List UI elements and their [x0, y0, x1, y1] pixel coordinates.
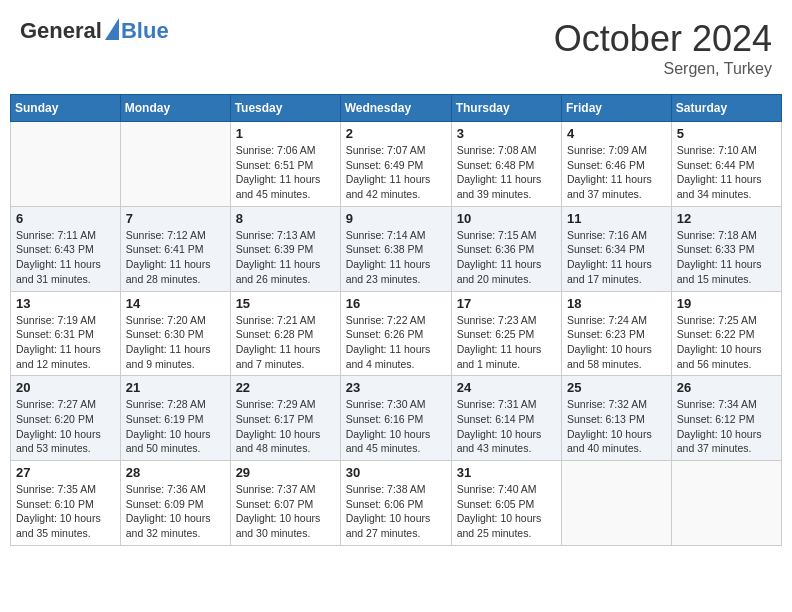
day-header-monday: Monday	[120, 95, 230, 122]
day-number: 22	[236, 380, 335, 395]
calendar-cell: 25Sunrise: 7:32 AMSunset: 6:13 PMDayligh…	[562, 376, 672, 461]
day-info: Sunrise: 7:34 AMSunset: 6:12 PMDaylight:…	[677, 397, 776, 456]
day-info: Sunrise: 7:21 AMSunset: 6:28 PMDaylight:…	[236, 313, 335, 372]
day-info: Sunrise: 7:37 AMSunset: 6:07 PMDaylight:…	[236, 482, 335, 541]
calendar-cell: 19Sunrise: 7:25 AMSunset: 6:22 PMDayligh…	[671, 291, 781, 376]
day-header-sunday: Sunday	[11, 95, 121, 122]
calendar-cell: 17Sunrise: 7:23 AMSunset: 6:25 PMDayligh…	[451, 291, 561, 376]
day-info: Sunrise: 7:19 AMSunset: 6:31 PMDaylight:…	[16, 313, 115, 372]
calendar-cell: 16Sunrise: 7:22 AMSunset: 6:26 PMDayligh…	[340, 291, 451, 376]
day-info: Sunrise: 7:23 AMSunset: 6:25 PMDaylight:…	[457, 313, 556, 372]
logo-blue-text: Blue	[121, 18, 169, 44]
calendar-cell: 7Sunrise: 7:12 AMSunset: 6:41 PMDaylight…	[120, 206, 230, 291]
calendar-cell: 26Sunrise: 7:34 AMSunset: 6:12 PMDayligh…	[671, 376, 781, 461]
day-header-tuesday: Tuesday	[230, 95, 340, 122]
day-number: 15	[236, 296, 335, 311]
week-row-1: 1Sunrise: 7:06 AMSunset: 6:51 PMDaylight…	[11, 122, 782, 207]
day-info: Sunrise: 7:24 AMSunset: 6:23 PMDaylight:…	[567, 313, 666, 372]
day-info: Sunrise: 7:36 AMSunset: 6:09 PMDaylight:…	[126, 482, 225, 541]
calendar-cell	[120, 122, 230, 207]
calendar-cell: 5Sunrise: 7:10 AMSunset: 6:44 PMDaylight…	[671, 122, 781, 207]
day-number: 29	[236, 465, 335, 480]
day-info: Sunrise: 7:29 AMSunset: 6:17 PMDaylight:…	[236, 397, 335, 456]
day-number: 13	[16, 296, 115, 311]
calendar-cell	[11, 122, 121, 207]
day-number: 6	[16, 211, 115, 226]
day-number: 4	[567, 126, 666, 141]
day-info: Sunrise: 7:14 AMSunset: 6:38 PMDaylight:…	[346, 228, 446, 287]
calendar-cell: 13Sunrise: 7:19 AMSunset: 6:31 PMDayligh…	[11, 291, 121, 376]
day-info: Sunrise: 7:20 AMSunset: 6:30 PMDaylight:…	[126, 313, 225, 372]
calendar-cell: 24Sunrise: 7:31 AMSunset: 6:14 PMDayligh…	[451, 376, 561, 461]
day-info: Sunrise: 7:13 AMSunset: 6:39 PMDaylight:…	[236, 228, 335, 287]
day-header-thursday: Thursday	[451, 95, 561, 122]
calendar-cell: 31Sunrise: 7:40 AMSunset: 6:05 PMDayligh…	[451, 461, 561, 546]
week-row-4: 20Sunrise: 7:27 AMSunset: 6:20 PMDayligh…	[11, 376, 782, 461]
day-info: Sunrise: 7:08 AMSunset: 6:48 PMDaylight:…	[457, 143, 556, 202]
calendar-cell: 27Sunrise: 7:35 AMSunset: 6:10 PMDayligh…	[11, 461, 121, 546]
day-info: Sunrise: 7:28 AMSunset: 6:19 PMDaylight:…	[126, 397, 225, 456]
calendar-cell: 2Sunrise: 7:07 AMSunset: 6:49 PMDaylight…	[340, 122, 451, 207]
day-number: 9	[346, 211, 446, 226]
calendar-cell: 29Sunrise: 7:37 AMSunset: 6:07 PMDayligh…	[230, 461, 340, 546]
day-info: Sunrise: 7:31 AMSunset: 6:14 PMDaylight:…	[457, 397, 556, 456]
day-info: Sunrise: 7:07 AMSunset: 6:49 PMDaylight:…	[346, 143, 446, 202]
week-row-5: 27Sunrise: 7:35 AMSunset: 6:10 PMDayligh…	[11, 461, 782, 546]
day-number: 26	[677, 380, 776, 395]
day-number: 30	[346, 465, 446, 480]
day-header-wednesday: Wednesday	[340, 95, 451, 122]
day-header-friday: Friday	[562, 95, 672, 122]
day-info: Sunrise: 7:12 AMSunset: 6:41 PMDaylight:…	[126, 228, 225, 287]
day-number: 28	[126, 465, 225, 480]
day-header-saturday: Saturday	[671, 95, 781, 122]
day-info: Sunrise: 7:32 AMSunset: 6:13 PMDaylight:…	[567, 397, 666, 456]
logo: General Blue	[20, 18, 169, 44]
calendar-cell: 28Sunrise: 7:36 AMSunset: 6:09 PMDayligh…	[120, 461, 230, 546]
calendar-cell	[671, 461, 781, 546]
calendar-cell: 9Sunrise: 7:14 AMSunset: 6:38 PMDaylight…	[340, 206, 451, 291]
day-number: 2	[346, 126, 446, 141]
calendar-cell: 4Sunrise: 7:09 AMSunset: 6:46 PMDaylight…	[562, 122, 672, 207]
day-number: 25	[567, 380, 666, 395]
day-number: 17	[457, 296, 556, 311]
logo-triangle-icon	[105, 18, 119, 40]
calendar-cell: 14Sunrise: 7:20 AMSunset: 6:30 PMDayligh…	[120, 291, 230, 376]
calendar-cell: 1Sunrise: 7:06 AMSunset: 6:51 PMDaylight…	[230, 122, 340, 207]
calendar-cell: 21Sunrise: 7:28 AMSunset: 6:19 PMDayligh…	[120, 376, 230, 461]
day-info: Sunrise: 7:35 AMSunset: 6:10 PMDaylight:…	[16, 482, 115, 541]
day-info: Sunrise: 7:10 AMSunset: 6:44 PMDaylight:…	[677, 143, 776, 202]
title-section: October 2024 Sergen, Turkey	[554, 18, 772, 78]
calendar-cell	[562, 461, 672, 546]
day-number: 12	[677, 211, 776, 226]
calendar-cell: 8Sunrise: 7:13 AMSunset: 6:39 PMDaylight…	[230, 206, 340, 291]
day-number: 7	[126, 211, 225, 226]
day-info: Sunrise: 7:06 AMSunset: 6:51 PMDaylight:…	[236, 143, 335, 202]
day-info: Sunrise: 7:16 AMSunset: 6:34 PMDaylight:…	[567, 228, 666, 287]
location-title: Sergen, Turkey	[554, 60, 772, 78]
day-number: 31	[457, 465, 556, 480]
day-info: Sunrise: 7:22 AMSunset: 6:26 PMDaylight:…	[346, 313, 446, 372]
calendar-cell: 6Sunrise: 7:11 AMSunset: 6:43 PMDaylight…	[11, 206, 121, 291]
month-title: October 2024	[554, 18, 772, 60]
calendar-cell: 11Sunrise: 7:16 AMSunset: 6:34 PMDayligh…	[562, 206, 672, 291]
calendar-cell: 12Sunrise: 7:18 AMSunset: 6:33 PMDayligh…	[671, 206, 781, 291]
day-number: 23	[346, 380, 446, 395]
day-number: 21	[126, 380, 225, 395]
day-number: 16	[346, 296, 446, 311]
day-info: Sunrise: 7:11 AMSunset: 6:43 PMDaylight:…	[16, 228, 115, 287]
calendar-cell: 3Sunrise: 7:08 AMSunset: 6:48 PMDaylight…	[451, 122, 561, 207]
day-info: Sunrise: 7:25 AMSunset: 6:22 PMDaylight:…	[677, 313, 776, 372]
calendar-table: SundayMondayTuesdayWednesdayThursdayFrid…	[10, 94, 782, 546]
day-info: Sunrise: 7:27 AMSunset: 6:20 PMDaylight:…	[16, 397, 115, 456]
calendar-cell: 30Sunrise: 7:38 AMSunset: 6:06 PMDayligh…	[340, 461, 451, 546]
day-info: Sunrise: 7:38 AMSunset: 6:06 PMDaylight:…	[346, 482, 446, 541]
calendar-cell: 22Sunrise: 7:29 AMSunset: 6:17 PMDayligh…	[230, 376, 340, 461]
day-number: 24	[457, 380, 556, 395]
calendar-cell: 20Sunrise: 7:27 AMSunset: 6:20 PMDayligh…	[11, 376, 121, 461]
day-number: 11	[567, 211, 666, 226]
day-info: Sunrise: 7:15 AMSunset: 6:36 PMDaylight:…	[457, 228, 556, 287]
calendar-cell: 23Sunrise: 7:30 AMSunset: 6:16 PMDayligh…	[340, 376, 451, 461]
day-number: 5	[677, 126, 776, 141]
page-header: General Blue October 2024 Sergen, Turkey	[10, 10, 782, 86]
week-row-2: 6Sunrise: 7:11 AMSunset: 6:43 PMDaylight…	[11, 206, 782, 291]
